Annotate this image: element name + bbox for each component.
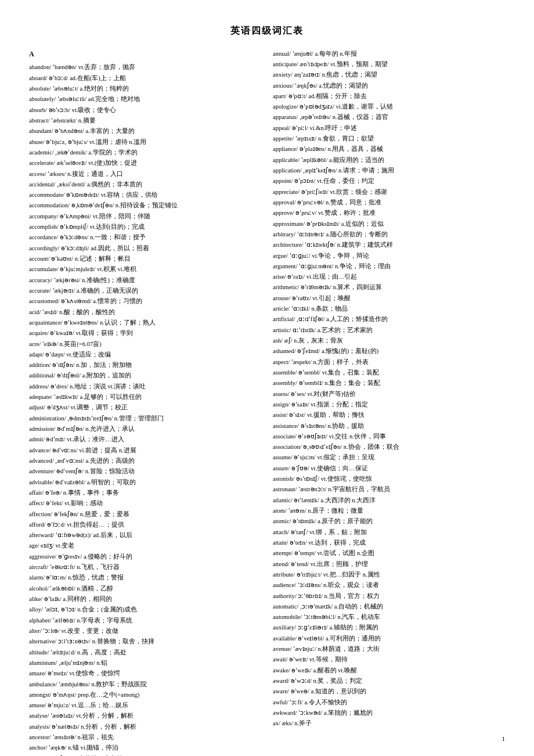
list-item: address/ əˈdres/ n.地址；演说 vt.演讲；谈吐: [29, 381, 261, 391]
list-item: affection/ əˈfekʃən/ n.慈爱，爱；爱慕: [29, 509, 261, 519]
list-item: attend/ əˈtend/ vt.出席；照顾，护理: [273, 559, 505, 569]
list-item: accommodation/ əˌkɒməˈdeɪʃən/ n.招待设备；预定铺…: [29, 200, 261, 210]
list-item: apparatus/ ˌæpəˈreɪtəs/ n.器械，仪器；器官: [273, 112, 505, 122]
list-item: annual/ ˈænjuəl/ a.每年的 n.年报: [273, 49, 505, 59]
list-item: arise/ əˈraɪz/ vi.出现；由…引起: [273, 272, 505, 282]
list-item: approve/ əˈpruːv/ vt.赞成，称许；批准: [273, 208, 505, 218]
list-item: affect/ əˈfekt/ vt.影响；感动: [29, 498, 261, 508]
list-item: absorb/ əbˈsɔːb/ vt.吸收；使专心: [29, 105, 261, 115]
list-item: administration/ ˌədmɪnɪsˈtreɪʃən/ n.管理；管…: [29, 413, 261, 423]
list-item: ash/ æʃ/ n.灰，灰末；骨灰: [273, 336, 505, 345]
list-item: acre/ ˈeɪkə/ n.英亩(=6.07亩): [29, 339, 261, 349]
page-number: 1: [502, 734, 506, 744]
list-item: abandon/ ˈbændən/ vt.丢弃；放弃，抛弃: [29, 62, 261, 72]
list-item: approximate/ əˈprɒksɪmɪt/ a.近似的；近似: [273, 219, 505, 229]
list-item: amuse/ əˈmjuːz/ vt.逗…乐；给…娱乐: [29, 700, 261, 710]
list-item: assembly/ əˈsemblɪ/ n.集合；集会；装配: [273, 378, 505, 388]
list-item: account/ əˈkaʊnt/ n.记述；解释；帐目: [29, 254, 261, 264]
list-item: ancestor/ ˈænsɪstə/ n.祖宗，祖先: [29, 732, 261, 742]
right-entries: annual/ ˈænjuəl/ a.每年的 n.年报anticipate/ æ…: [273, 49, 505, 729]
list-item: awful/ ˈɔːfl/ a.令人不愉快的: [273, 697, 505, 707]
list-item: aboard/ əˈbɔːd/ ad.在船(车)上；上船: [29, 73, 261, 83]
list-item: age/ eɪdʒ/ vt.变老: [29, 541, 261, 550]
list-item: arbitrary/ ˈɑːbɪtrərɪ/ a.随心所欲的；专断的: [273, 229, 505, 239]
page-title: 英语四级词汇表: [29, 23, 505, 38]
list-item: authority/ ɔːˈθɒrɪtɪ/ n.当局，官方；权力: [273, 591, 505, 601]
list-item: accomplish/ əˈkɒmpliʃ/ vt.达到(目的)；完成: [29, 222, 261, 232]
list-item: assess/ əˈses/ vt.对(财产等)估价: [273, 389, 505, 399]
list-item: amongst/ əˈmʌŋst/ prep.在…之中(=among): [29, 690, 261, 700]
list-item: additional/ əˈdɪʃənl/ a.附加的，追加的: [29, 370, 261, 380]
list-item: adventure/ ədˈventʃə/ n.冒险；惊险活动: [29, 466, 261, 476]
list-item: afterward/ ˈɑːftəwəd(z)/ ad.后来，以后: [29, 530, 261, 540]
list-item: assist/ əˈsɪst/ vt.援助，帮助；搀扶: [273, 410, 505, 420]
list-item: astonish/ əsˈtɒnɪʃ/ vt.使惊诧，使吃惊: [273, 474, 505, 484]
left-column: A abandon/ ˈbændən/ vt.丢弃；放弃，抛弃aboard/ ə…: [29, 49, 261, 756]
list-item: assume/ əˈsjuːm/ vt.假定；承担；呈现: [273, 452, 505, 462]
list-item: architecture/ ˈɑːkɪtektʃə/ n.建筑学；建筑式样: [273, 240, 505, 250]
list-item: advisable/ ədˈvaɪzəbl/ a.明智的；可取的: [29, 477, 261, 487]
list-item: anxious/ ˈæŋkʃəs/ a.忧虑的；渴望的: [273, 81, 505, 91]
list-item: ashamed/ əˈʃeɪmd/ a.惭愧(的)；羞耻(的): [273, 346, 505, 356]
list-item: attempt/ əˈtempt/ vt.尝试，试图 n.企图: [273, 548, 505, 558]
list-item: aluminium/ ˌæljuˈmɪnjəm/ n.铝: [29, 658, 261, 668]
list-item: apart/ əˈpɑːt/ ad.相隔；分开；除去: [273, 91, 505, 101]
list-item: adapt/ əˈdæpt/ vt.使适应；改编: [29, 350, 261, 359]
list-item: afford/ əˈfɔːd/ vt.担负得起…；提供: [29, 520, 261, 530]
list-item: access/ ˈækses/ n.接近；通道，入口: [29, 169, 261, 179]
list-item: astronaut/ ˈæstrənɔːt/ n.宇宙航行员，字航员: [273, 484, 505, 494]
list-item: applicable/ ˈæplɪkəbl/ a.能应用的；适当的: [273, 155, 505, 165]
list-item: award/ əˈwɔːd/ n.奖，奖品；判定: [273, 676, 505, 686]
list-item: attain/ əˈteɪn/ vt.达到，获得，完成: [273, 538, 505, 548]
right-column: annual/ ˈænjuəl/ a.每年的 n.年报anticipate/ æ…: [273, 49, 505, 756]
list-item: alloy/ ˈælɔɪ, əˈlɔɪ/ n.合金；(金属的)成色: [29, 604, 261, 614]
list-item: auxiliary/ ɔːɡˈzɪliərɪ/ a.辅助的；附属的: [273, 622, 505, 632]
list-item: artificial/ ˌɑːtɪˈfɪʃəl/ a.人工的；矫揉造作的: [273, 314, 505, 324]
list-item: alarm/ əˈlɑːm/ n.惊恐，忧虑；警报: [29, 573, 261, 582]
list-item: ambulance/ ˈæmbjuləns/ n.救护车；野战医院: [29, 679, 261, 689]
list-item: awkward/ ˈɔːkwəd/ a.笨拙的；尴尬的: [273, 708, 505, 718]
list-item: assemble/ əˈsembl/ vt.集合，召集；装配: [273, 368, 505, 377]
list-item: anxiety/ æŋˈzaɪətɪ/ n.焦虑，忧虑；渴望: [273, 70, 505, 80]
list-item: artistic/ ɑːˈtɪstɪk/ a.艺术的；艺术家的: [273, 325, 505, 335]
list-item: assure/ əˈʃʊə/ vt.使确信；向…保证: [273, 463, 505, 473]
list-item: anticipate/ ænˈtɪsɪpeɪt/ vt.预料，预期，期望: [273, 59, 505, 69]
list-item: accurate/ ˈækjərɪt/ a.准确的，正确无误的: [29, 286, 261, 296]
list-item: apologize/ əˈpɒlədʒaɪz/ vi.道歉，谢罪，认错: [273, 102, 505, 111]
list-item: attach/ əˈtætʃ/ vt.绑，系，贴；附加: [273, 527, 505, 537]
list-item: alternative/ ɔːlˈtɜːnətɪv/ n.替换物；取舍，抉择: [29, 636, 261, 646]
list-item: ancient/ ˈeɪnʃənt/ a.古代的，古老的: [29, 754, 261, 756]
list-item: audience/ ˈɔːdɪəns/ n.听众，观众；读者: [273, 580, 505, 590]
list-item: approval/ əˈpruːvəl/ n.赞成，同意；批准: [273, 197, 505, 207]
list-item: admit/ ədˈmɪt/ vt.承认；准许…进入: [29, 434, 261, 444]
list-item: attribute/ əˈtrɪbjuːt/ vt.把…归因于 n.属性: [273, 570, 505, 579]
list-item: atom/ ˈætəm/ n.原子；微粒；微量: [273, 506, 505, 516]
list-item: accidental/ ˌæksiˈdentl/ a.偶然的；非本质的: [29, 179, 261, 189]
list-item: await/ əˈweɪt/ vt.等候，期待: [273, 654, 505, 664]
list-item: argument/ ˈɑːɡjuːmənt/ n.争论，辩论；理由: [273, 261, 505, 271]
list-item: abuse/ əˈbjuːz, əˈbjuːs/ vt.滥用；虐待 n.滥用: [29, 137, 261, 147]
list-item: accuracy/ ˈækjərəsi/ n.准确(性)；准确度: [29, 275, 261, 285]
list-item: associate/ əˈsəʊʃɪeɪt/ vi.交往 n.伙伴，同事: [273, 431, 505, 441]
list-item: aware/ əˈweə/ a.知道的，意识到的: [273, 686, 505, 696]
list-item: atlantic/ ətˈlæntɪk/ a.大西洋的 n.大西洋: [273, 495, 505, 505]
section-letter-a: A: [29, 49, 261, 60]
list-item: aggressive/ əˈɡresɪv/ a.侵略的；好斗的: [29, 552, 261, 561]
list-item: adequate/ ˈædɪkwɪt/ a.足够的；可以胜任的: [29, 392, 261, 402]
list-item: automatic/ ˌɔːtəˈmætɪk/ a.自动的；机械的: [273, 602, 505, 611]
list-item: addition/ əˈdɪʃən/ n.加，加法；附加物: [29, 360, 261, 370]
list-item: automobile/ ˈɔːtəməbiːl/ n.汽车，机动车: [273, 612, 505, 622]
list-item: anchor/ ˈæŋkə/ n.锚 vi.抛锚，停泊: [29, 743, 261, 753]
list-item: acquire/ əˈkwaɪə/ vt.取得；获得；学到: [29, 328, 261, 338]
list-item: abstract/ ˈæbstrækt/ n.摘要: [29, 116, 261, 125]
list-item: accordingly/ əˈkɔːdɪŋli/ ad.因此，所以；照着: [29, 243, 261, 253]
list-item: accompany/ əˈkʌmpəni/ vt.陪伴，陪同；伴随: [29, 211, 261, 221]
list-item: advance/ ədˈvɑːns/ vi.前进；提高 n.进展: [29, 445, 261, 455]
list-item: analysis/ əˈnæləsɪs/ n.分析，分析，解析: [29, 722, 261, 732]
list-item: absolutely/ ˈæbsəluːtli/ ad.完全地；绝对地: [29, 94, 261, 104]
list-item: atomic/ əˈtɒmɪk/ a.原子的；原子能的: [273, 516, 505, 526]
list-item: appetite/ ˈæpɪtaɪt/ n.食欲，胃口；欲望: [273, 134, 505, 143]
list-item: alphabet/ ˈælfəbɪt/ n.字母表；字母系统: [29, 615, 261, 625]
list-item: argue/ ˈɑːɡjuː/ vi.争论，争辩，辩论: [273, 251, 505, 261]
list-item: admission/ ədˈmɪʃən/ n.允许进入；承认: [29, 424, 261, 434]
